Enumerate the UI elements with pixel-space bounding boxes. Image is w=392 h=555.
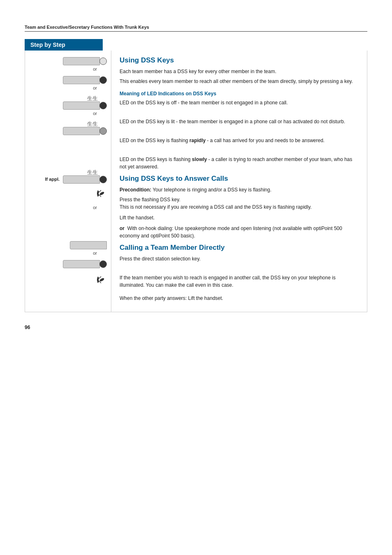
or-label-spkr: or (29, 205, 107, 210)
key-unit-appl (63, 175, 107, 184)
calling-team-section: Calling a Team Member Directly Press the… (120, 244, 359, 302)
or-label-3: or (29, 111, 107, 116)
or-label-1: or (29, 67, 107, 71)
key-body-appl (63, 175, 100, 184)
call-direct-key-group: or (29, 241, 107, 256)
press-direct-key-text: Press the direct station selection key. (120, 255, 359, 263)
key-body-call-led (63, 260, 100, 268)
other-party-answers-text: When the other party answers: Lift the h… (120, 295, 359, 302)
key-body-on (63, 76, 100, 84)
key-row-led-off (29, 57, 107, 65)
key-row-call-led (29, 260, 107, 268)
led-slow-desc: LED on the DSS keys is flashing slowly -… (120, 156, 359, 170)
key-unit-call-led (63, 260, 107, 268)
or-label-call: or (29, 251, 107, 256)
calling-team-title: Calling a Team Member Directly (120, 244, 359, 252)
if-appl-group: ⽣⽣ If appl. (29, 169, 107, 184)
slowly-bold: slowly (192, 157, 207, 162)
key-unit-call-direct (70, 241, 107, 249)
key-row-flash-rapid (29, 101, 107, 110)
speakerphone-text: or With on-hook dialing: Use speakerphon… (120, 225, 359, 240)
key-unit-on (63, 76, 107, 84)
page-number: 96 (25, 325, 367, 330)
key-unit-rapid (63, 101, 107, 110)
key-body-call-direct (70, 241, 107, 249)
key-body-rapid (63, 101, 100, 110)
key-body (63, 57, 100, 65)
header-title: Team and Executive/Secretary Functions W… (25, 25, 149, 30)
precondition-bold: Precondition: (120, 187, 151, 193)
led-appl-indicator (99, 176, 107, 183)
key-row-flash-slow (29, 127, 107, 135)
left-column: or or ⽣⽣ or ⽣⽣ (25, 51, 111, 312)
led-on-indicator (99, 76, 107, 84)
using-dss-title: Using DSS Keys (120, 56, 359, 64)
lift-handset-text: Lift the handset. (120, 214, 359, 221)
handset-icon-2 (29, 276, 107, 285)
key-unit-slow (63, 127, 107, 135)
or-label-2: or (29, 85, 107, 90)
press-flashing-text: Press the flashing DSS key.This is not n… (120, 196, 359, 211)
key-body-slow (63, 127, 100, 135)
led-call-indicator (99, 260, 107, 268)
led-on-group: or (29, 76, 107, 91)
using-dss-intro-2: This enables every team member to reach … (120, 78, 359, 85)
svg-point-1 (99, 277, 104, 282)
handset-icon-1 (29, 189, 107, 198)
led-off-desc: LED on the DSS key is off - the team mem… (120, 99, 359, 106)
using-dss-section: Using DSS Keys Each team member has a DS… (120, 56, 359, 170)
using-dss-intro-1: Each team member has a DSS key for every… (120, 68, 359, 75)
key-row-call-direct (29, 241, 107, 249)
using-dss-answer-title: Using DSS Keys to Answer Calls (120, 175, 359, 183)
led-flash-rapid-group: ⽣⽣ or (29, 95, 107, 116)
key-row-led-on (29, 76, 107, 84)
led-on-desc: LED on the DSS key is lit - the team mem… (120, 118, 359, 125)
if-appl-label: If appl. (45, 177, 61, 182)
step-by-step-header: Step by Step (25, 39, 103, 51)
handset-svg-2 (95, 276, 107, 285)
right-column: Using DSS Keys Each team member has a DS… (111, 51, 367, 312)
led-flash-slow-group: ⽣⽣ (29, 120, 107, 136)
svg-point-0 (99, 191, 104, 196)
led-meaning-title: Meaning of LED Indications on DSS Keys (120, 91, 359, 97)
led-slow-indicator (99, 127, 107, 135)
led-rapid-desc: LED on the DSS key is flashing rapidly -… (120, 137, 359, 144)
or-bold: or (120, 226, 125, 231)
call-led-on-group (29, 260, 107, 269)
led-off-group: or (29, 57, 107, 72)
team-member-engaged-text: If the team member you wish to reach is … (120, 274, 359, 289)
key-unit (63, 57, 107, 65)
precondition-text: Precondition: Your telephone is ringing … (120, 186, 359, 193)
led-rapid-indicator (99, 102, 107, 109)
using-dss-answer-section: Using DSS Keys to Answer Calls Precondit… (120, 175, 359, 240)
page-header: Team and Executive/Secretary Functions W… (25, 25, 367, 32)
led-off-indicator (99, 58, 107, 65)
handset-svg-1 (95, 189, 107, 198)
main-layout: or or ⽣⽣ or ⽣⽣ (25, 51, 367, 312)
rapidly-bold: rapidly (189, 138, 205, 143)
